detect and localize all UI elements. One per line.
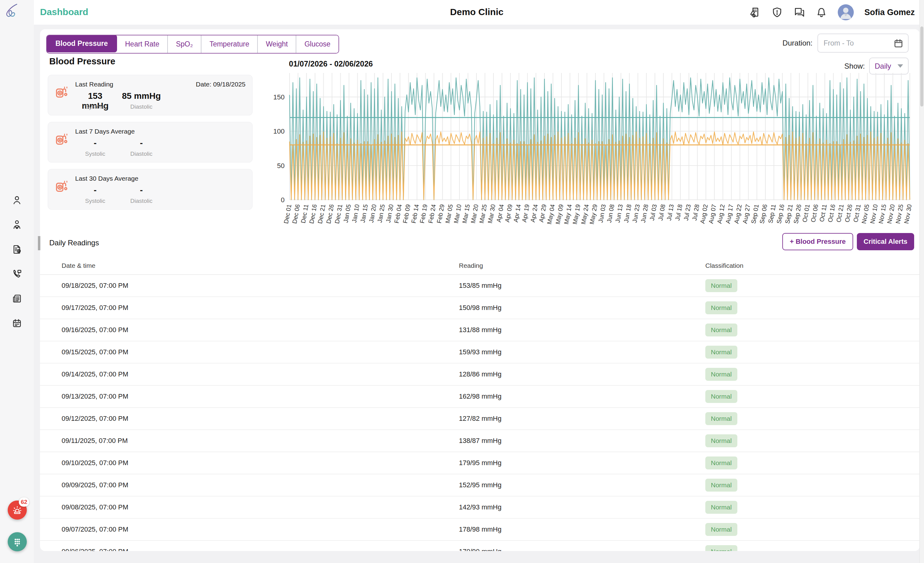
- cell-datetime: 09/10/2025, 07:00 PM: [62, 459, 459, 467]
- svg-text:Apr 19: Apr 19: [521, 204, 531, 223]
- status-badge: Normal: [705, 501, 737, 514]
- dialpad-button[interactable]: [8, 532, 27, 551]
- svg-text:Jan 30: Jan 30: [385, 204, 394, 223]
- svg-text:Oct 31: Oct 31: [852, 204, 862, 223]
- svg-text:Feb 19: Feb 19: [418, 204, 428, 224]
- svg-text:Oct 06: Oct 06: [810, 204, 820, 223]
- svg-text:Mar 05: Mar 05: [444, 204, 454, 224]
- user-name[interactable]: Sofia Gomez: [864, 8, 915, 17]
- cell-classification: Normal: [705, 301, 920, 314]
- cell-reading: 138/87 mmHg: [459, 437, 705, 445]
- page-scrollbar[interactable]: [920, 0, 924, 563]
- svg-text:Apr 04: Apr 04: [495, 204, 505, 223]
- diastolic-label: Diastolic: [122, 151, 161, 157]
- card-title: Last 30 Days Average: [75, 175, 138, 182]
- tab-blood-pressure[interactable]: Blood Pressure: [46, 35, 117, 52]
- svg-text:Jan 15: Jan 15: [359, 204, 369, 223]
- topbar-actions: Sofia Gomez: [749, 0, 915, 25]
- svg-text:Jan 20: Jan 20: [368, 204, 378, 223]
- cell-datetime: 09/16/2025, 07:00 PM: [62, 326, 459, 334]
- status-badge: Normal: [705, 346, 737, 359]
- call-chat-icon[interactable]: [11, 268, 23, 280]
- table-row[interactable]: 09/13/2025, 07:00 PM162/98 mmHgNormal: [40, 386, 920, 408]
- alerts-count-badge: 62: [19, 497, 29, 507]
- svg-text:Mar 30: Mar 30: [487, 204, 496, 224]
- svg-text:Feb 09: Feb 09: [402, 204, 411, 224]
- svg-text:Mar 15: Mar 15: [461, 204, 471, 224]
- scrollbar-thumb[interactable]: [920, 27, 923, 106]
- svg-text:Dec 11: Dec 11: [300, 204, 309, 224]
- table-row[interactable]: 09/07/2025, 07:00 PM178/98 mmHgNormal: [40, 519, 920, 541]
- readings-table-header: Date & time Reading Classification: [40, 257, 920, 275]
- table-row[interactable]: 09/08/2025, 07:00 PM142/93 mmHgNormal: [40, 497, 920, 519]
- emergency-alerts-button[interactable]: 62: [8, 500, 27, 520]
- svg-text:50: 50: [277, 162, 285, 169]
- prescription-icon[interactable]: [749, 6, 761, 18]
- calendar-icon[interactable]: [11, 317, 23, 329]
- sidebar: 62: [0, 0, 34, 563]
- status-badge: Normal: [705, 545, 737, 551]
- svg-text:Jan 05: Jan 05: [342, 204, 352, 223]
- critical-alerts-button[interactable]: Critical Alerts: [857, 233, 914, 250]
- table-row[interactable]: 09/09/2025, 07:00 PM152/95 mmHgNormal: [40, 474, 920, 497]
- notifications-bell-icon[interactable]: [816, 6, 827, 18]
- status-badge: Normal: [705, 479, 737, 491]
- table-row[interactable]: 09/16/2025, 07:00 PM131/88 mmHgNormal: [40, 319, 920, 341]
- cell-classification: Normal: [705, 279, 920, 292]
- card-date: Date: 09/18/2025: [196, 81, 246, 88]
- fax-reports-icon[interactable]: [11, 292, 23, 305]
- diastolic-label: Diastolic: [122, 103, 161, 110]
- svg-text:Jan 25: Jan 25: [376, 204, 386, 223]
- col-header-reading: Reading: [459, 262, 705, 270]
- status-badge: Normal: [705, 523, 737, 536]
- user-avatar[interactable]: [838, 4, 854, 20]
- cell-datetime: 09/18/2025, 07:00 PM: [62, 282, 459, 290]
- table-row[interactable]: 09/15/2025, 07:00 PM159/93 mmHgNormal: [40, 341, 920, 364]
- svg-text:Jun 23: Jun 23: [631, 204, 641, 223]
- table-row[interactable]: 09/11/2025, 07:00 PM138/87 mmHgNormal: [40, 430, 920, 452]
- svg-text:Apr 24: Apr 24: [529, 204, 539, 223]
- table-row[interactable]: 09/17/2025, 07:00 PM150/98 mmHgNormal: [40, 297, 920, 319]
- shield-alert-icon[interactable]: [771, 6, 783, 18]
- duration-control: Duration:: [783, 34, 909, 52]
- billing-icon[interactable]: [11, 243, 23, 256]
- messages-icon[interactable]: [794, 6, 805, 18]
- app-logo-icon[interactable]: [3, 2, 22, 21]
- table-row[interactable]: 09/14/2025, 07:00 PM128/86 mmHgNormal: [40, 364, 920, 386]
- svg-text:Sep 11: Sep 11: [767, 204, 777, 224]
- svg-text:Jun 13: Jun 13: [614, 204, 624, 223]
- svg-text:Feb 04: Feb 04: [393, 204, 403, 224]
- svg-text:Feb 29: Feb 29: [435, 204, 446, 224]
- add-blood-pressure-button[interactable]: + Blood Pressure: [782, 233, 853, 250]
- bp-chart[interactable]: 050100150Dec 01Dec 06Dec 11Dec 16Dec 21D…: [268, 69, 918, 242]
- metric-tabs: Blood PressureHeart RateSpO₂TemperatureW…: [46, 35, 339, 54]
- cell-datetime: 09/08/2025, 07:00 PM: [62, 503, 459, 511]
- cell-datetime: 09/07/2025, 07:00 PM: [62, 526, 459, 533]
- cell-classification: Normal: [705, 346, 920, 359]
- tab-temperature[interactable]: Temperature: [201, 35, 258, 53]
- table-row[interactable]: 09/06/2025, 07:00 PM170/90 mmHgNormal: [40, 541, 920, 551]
- calendar-picker-icon[interactable]: [893, 38, 904, 49]
- cell-reading: 131/88 mmHg: [459, 326, 705, 334]
- table-row[interactable]: 09/12/2025, 07:00 PM127/82 mmHgNormal: [40, 408, 920, 430]
- diastolic-value: -: [122, 138, 161, 148]
- chart-date-range: 01/07/2026 - 02/06/2026: [289, 59, 373, 68]
- doctor-icon[interactable]: [11, 219, 23, 231]
- tab-spo-[interactable]: SpO₂: [168, 35, 201, 53]
- duration-input-field[interactable]: [824, 39, 888, 47]
- svg-text:Feb 14: Feb 14: [410, 204, 420, 224]
- chevron-down-icon: [897, 64, 903, 68]
- svg-text:Jun 08: Jun 08: [606, 204, 615, 223]
- svg-text:Mar 25: Mar 25: [478, 204, 488, 224]
- svg-text:Jul 28: Jul 28: [691, 204, 700, 221]
- duration-range-input[interactable]: [818, 34, 909, 52]
- tab-heart-rate[interactable]: Heart Rate: [117, 35, 168, 53]
- tab-glucose[interactable]: Glucose: [296, 35, 338, 53]
- patients-icon[interactable]: [11, 194, 23, 206]
- cell-datetime: 09/13/2025, 07:00 PM: [62, 392, 459, 400]
- cell-classification: Normal: [705, 479, 920, 491]
- diastolic-value: -: [122, 185, 161, 195]
- table-row[interactable]: 09/18/2025, 07:00 PM153/85 mmHgNormal: [40, 275, 920, 297]
- table-row[interactable]: 09/10/2025, 07:00 PM179/95 mmHgNormal: [40, 452, 920, 474]
- tab-weight[interactable]: Weight: [258, 35, 296, 53]
